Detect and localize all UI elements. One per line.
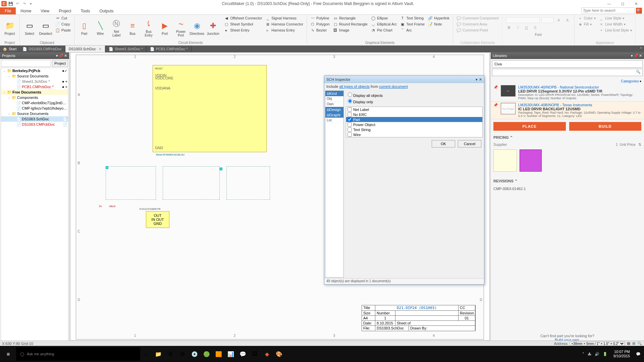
- sigharness-button[interactable]: ⎯Signal Harness: [264, 15, 305, 21]
- battery-icon[interactable]: 🔋: [603, 352, 607, 356]
- collapse-icon[interactable]: ⌃: [510, 135, 513, 139]
- sch-inspector-dialog[interactable]: SCH Inspector▾✕ Include all types of obj…: [324, 75, 484, 285]
- filter-option[interactable]: Part: [346, 117, 482, 122]
- bezier-button[interactable]: ∿Bezier: [309, 27, 331, 33]
- deselect-button[interactable]: ▭Deselect: [38, 15, 53, 40]
- excel-icon[interactable]: 📊: [225, 348, 236, 360]
- tree-item[interactable]: -📁Source Documents: [1, 73, 68, 79]
- pin-icon[interactable]: 📌: [493, 103, 498, 118]
- taskbar-app-icon[interactable]: ⚙: [177, 348, 188, 360]
- close-icon[interactable]: ✕: [64, 54, 67, 58]
- pin-icon[interactable]: 📌: [493, 85, 498, 100]
- doc-tab[interactable]: 📄DS1003.CMPcbDoc: [19, 46, 65, 52]
- project-tree[interactable]: -📁Berkeley.PrjPcb●✓-📁Source Documents📄Sh…: [1, 68, 68, 351]
- rect-button[interactable]: ▭Rectangle: [332, 15, 369, 21]
- project-filter-input[interactable]: [1, 60, 51, 67]
- include-types-link[interactable]: all types of objects: [339, 84, 370, 88]
- wire-button[interactable]: ╲Wire: [93, 15, 108, 40]
- revision-item[interactable]: CMP-0063-01462-1: [491, 185, 644, 192]
- search-icon[interactable]: 🔍: [636, 8, 642, 14]
- grid-icon[interactable]: ▦: [627, 341, 630, 346]
- close-icon[interactable]: ✕: [479, 77, 482, 82]
- dropdown-icon[interactable]: ▾: [476, 77, 478, 82]
- zoom-icon[interactable]: 🔍: [637, 341, 642, 346]
- include-scope-link[interactable]: current document: [379, 84, 408, 88]
- select-button[interactable]: ▭Select: [22, 15, 37, 40]
- tree-item[interactable]: 📄CMP-ekmb6fxc71pg3nt0c777-1: [1, 100, 68, 106]
- library-search-input[interactable]: [492, 60, 643, 68]
- property-list[interactable]: ⊟ Kind Obj Own ⊟ Design ⊟ Graphi Loc: [325, 90, 344, 278]
- tree-item[interactable]: -📁Source Documents: [1, 111, 68, 116]
- sub-circuit[interactable]: [226, 166, 270, 200]
- qat-save-icon[interactable]: 💾: [8, 1, 13, 6]
- place-button[interactable]: PLACE: [493, 122, 566, 131]
- filter-option[interactable]: Power Object: [346, 122, 482, 127]
- doc-tab[interactable]: DS1003.SchDoc✕: [65, 46, 105, 52]
- harnessentry-button[interactable]: ▹Harness Entry: [264, 27, 305, 33]
- filter-option[interactable]: Wire: [346, 132, 482, 137]
- file-tab[interactable]: File: [0, 7, 16, 14]
- cortana-search[interactable]: ◯ Ask me anything: [16, 347, 140, 361]
- symbol-preview[interactable]: [493, 149, 517, 172]
- tree-item[interactable]: 📄PCB1.CMPcbDoc *● +: [1, 84, 68, 89]
- close-button[interactable]: ✕: [629, 2, 643, 6]
- filter-option[interactable]: Net Label: [346, 107, 482, 112]
- doc-tab[interactable]: 📄PCB1.CMPcbDoc *: [147, 46, 192, 52]
- skype-icon[interactable]: 💬: [237, 348, 249, 360]
- filter-option[interactable]: No ERC: [346, 112, 482, 117]
- footprint-preview[interactable]: [520, 149, 542, 172]
- ellipse-button[interactable]: ◯Ellipse: [370, 15, 398, 21]
- object-type-list[interactable]: Net Label No ERC Part Power Object Text …: [346, 107, 483, 137]
- paint-icon[interactable]: 🎨: [273, 348, 285, 360]
- network-icon[interactable]: 🖧: [588, 352, 591, 356]
- sort-icon[interactable]: ⇅: [638, 142, 641, 147]
- cancel-button[interactable]: Cancel: [458, 140, 481, 147]
- hyperlink-button[interactable]: 🔗Hyperlink: [427, 15, 451, 21]
- task-view-icon[interactable]: ▭: [141, 348, 152, 360]
- roundrect-button[interactable]: ▢Round Rectangle: [332, 21, 369, 27]
- image-button[interactable]: 🖼Image: [332, 27, 369, 33]
- ok-button[interactable]: OK: [432, 140, 455, 147]
- taskbar-app-icon[interactable]: 🟧: [213, 348, 224, 360]
- volume-icon[interactable]: 🔊: [595, 352, 599, 356]
- cut-button[interactable]: ✂Cut: [54, 15, 72, 21]
- maximize-button[interactable]: ◻: [616, 2, 629, 6]
- library-filter-input[interactable]: [492, 69, 643, 76]
- close-icon[interactable]: ✕: [639, 54, 642, 58]
- polygon-button[interactable]: ⬠Polygon: [309, 21, 331, 27]
- library-result-item[interactable]: 📌 No Image LM3530UMX-40B/NOPB - Texas In…: [491, 102, 644, 119]
- sheetentry-button[interactable]: ▸Sheet Entry: [223, 27, 263, 33]
- piechart-button[interactable]: ◔Pie Chart: [370, 27, 398, 33]
- copy-button[interactable]: 📄Copy: [54, 21, 72, 27]
- harnessconn-button[interactable]: ⊞Harness Connector: [264, 21, 305, 27]
- paste-button[interactable]: 📋Paste: [54, 27, 72, 33]
- dropdown-icon[interactable]: ▾: [631, 54, 633, 58]
- pin-icon[interactable]: 📌: [634, 54, 638, 58]
- textstring-button[interactable]: TText String: [399, 15, 426, 21]
- ribbon-tab-view[interactable]: View: [36, 7, 54, 14]
- powerport-button[interactable]: ⏦Power Port: [173, 15, 189, 40]
- doc-tab[interactable]: 📄Sheet1.SchDoc *: [105, 46, 147, 52]
- search-icon[interactable]: 🔍: [636, 70, 641, 74]
- textframe-button[interactable]: ▣Text Frame: [399, 21, 426, 27]
- tabs-overflow-icon[interactable]: »: [638, 46, 644, 52]
- ribbon-tab-home[interactable]: Home: [16, 7, 36, 14]
- tree-item[interactable]: 📄DS1003.CMPcbDoc📄: [1, 122, 68, 127]
- ribbon-tab-project[interactable]: Project: [54, 7, 76, 14]
- categories-link[interactable]: Categories: [621, 79, 639, 83]
- ellarc-button[interactable]: ◡Elliptical Arc: [370, 21, 398, 27]
- regulator-component[interactable]: OUTIN OUTGND: [146, 211, 169, 228]
- netlabel-button[interactable]: ⓃNet Label: [109, 15, 124, 40]
- collapse-icon[interactable]: ⌃: [515, 179, 518, 183]
- library-result-item[interactable]: 📌 ▪▪▪ LM3530UMX-40/NOPB - National Semic…: [491, 84, 644, 102]
- qat-undo-icon[interactable]: ↶: [15, 1, 20, 6]
- polyline-button[interactable]: 〰Polyline: [309, 15, 331, 21]
- arc-button[interactable]: ⌒Arc: [399, 27, 426, 33]
- start-button[interactable]: 🏠Start: [0, 46, 19, 52]
- scale-select[interactable]: ×38mm × 5mm / 1" × 1.5" × 0.2": [570, 341, 625, 346]
- tray-up-icon[interactable]: ˄: [582, 352, 584, 356]
- taskbar-app-icon[interactable]: 💿: [189, 348, 200, 360]
- ribbon-tab-tools[interactable]: Tools: [76, 7, 95, 14]
- snap-icon[interactable]: ⊞: [632, 341, 635, 346]
- minimize-button[interactable]: —: [602, 2, 616, 6]
